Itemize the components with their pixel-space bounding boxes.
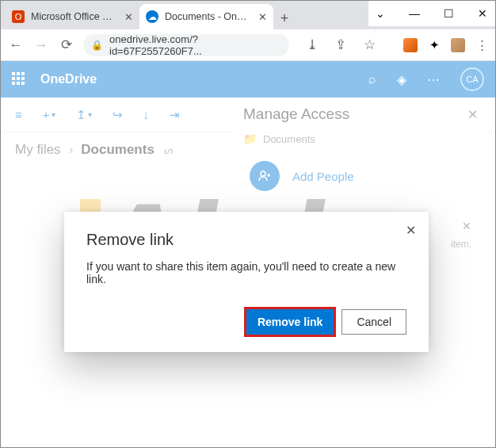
new-tab-button[interactable]: + [273,7,296,29]
extensions-icon[interactable]: ✦ [427,38,441,52]
window-controls: ⌄ — ☐ ✕ [368,1,495,26]
tab-title: Microsoft Office Hom [31,11,118,22]
install-icon[interactable]: ⤓ [303,36,321,53]
tab-documents-onedrive[interactable]: ☁ Documents - OneDr ✕ [139,4,273,29]
extension-cat-icon[interactable] [451,38,465,52]
extension-icons: ✦ ⋮ [403,38,489,52]
back-icon[interactable]: ← [7,37,25,53]
reload-icon[interactable]: ⟳ [58,36,75,53]
window-close-icon[interactable]: ✕ [478,7,487,20]
cancel-button[interactable]: Cancel [341,309,406,335]
chrome-menu-icon[interactable]: ⋮ [475,38,489,52]
dialog-title: Remove link [86,231,406,249]
minimize-icon[interactable]: — [409,7,420,20]
onedrive-icon: ☁ [146,10,158,23]
remove-link-dialog: ✕ Remove link If you want to share this … [64,212,429,352]
remove-link-button[interactable]: Remove link [246,309,334,335]
address-bar[interactable]: 🔒 onedrive.live.com/?id=67F2557260F7... [83,34,289,56]
bookmark-icon[interactable]: ☆ [361,36,378,53]
tab-office-home[interactable]: O Microsoft Office Hom ✕ [6,4,139,29]
address-bar-row: ← → ⟳ 🔒 onedrive.live.com/?id=67F2557260… [1,29,495,61]
lock-icon: 🔒 [91,40,103,51]
close-icon[interactable]: ✕ [124,11,133,23]
dialog-body: If you want to share this item again, yo… [86,260,406,285]
tab-title: Documents - OneDr [165,11,252,22]
url-text: onedrive.live.com/?id=67F2557260F7... [109,33,281,57]
maximize-icon[interactable]: ☐ [444,7,454,20]
window-dropdown-icon[interactable]: ⌄ [376,7,385,20]
close-icon[interactable]: ✕ [258,11,267,23]
office-icon: O [12,10,25,23]
close-icon[interactable]: ✕ [406,223,416,238]
page-action-icons: ⤓ ⇪ ☆ [303,36,378,53]
forward-icon[interactable]: → [32,37,50,53]
extension-metamask-icon[interactable] [403,38,418,52]
share-icon[interactable]: ⇪ [332,36,349,53]
